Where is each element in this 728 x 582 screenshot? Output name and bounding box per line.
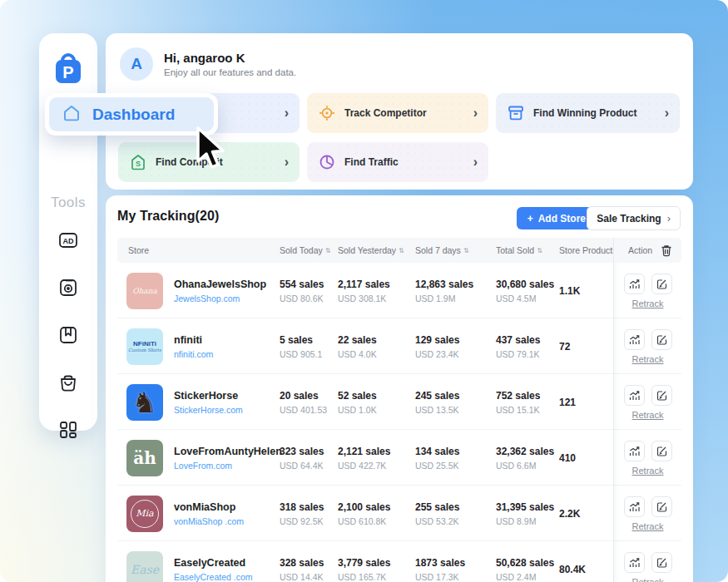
chart-button[interactable] (624, 441, 645, 461)
store-logo: Ease (126, 551, 163, 582)
edit-button[interactable] (651, 329, 672, 350)
retrack-link[interactable]: Retrack (632, 521, 664, 531)
feature-label: Find Winning Product (533, 107, 656, 119)
table-row: ♞ StickerHorse StickerHorse.com 20 sales… (117, 374, 681, 430)
svg-text:P: P (62, 63, 73, 81)
store-name: LoveFromAuntyHelen (174, 446, 282, 457)
sidebar-item-dashboard[interactable]: Dashboard (49, 97, 214, 131)
column-sold-yesterday[interactable]: Sold Yesterday⇅ (338, 245, 415, 255)
store-domain-link[interactable]: StickerHorse.com (174, 405, 243, 415)
sort-icon: ⇅ (463, 247, 468, 254)
chevron-right-icon: › (473, 106, 478, 120)
store-domain-link[interactable]: nfiniti.com (174, 349, 213, 359)
dashboard-label: Dashboard (92, 106, 175, 124)
chevron-right-icon: › (285, 106, 289, 120)
column-store: Store (117, 245, 280, 255)
edit-button[interactable] (651, 441, 672, 461)
sale-tracking-button[interactable]: Sale Tracking › (587, 206, 681, 230)
trash-icon[interactable] (661, 244, 672, 257)
svg-text:S: S (136, 160, 141, 168)
feature-card-track-competitor[interactable]: Track Competitor › (307, 93, 488, 133)
table-row: NFiNiTiCustom Shirts nfiniti nfiniti.com… (117, 318, 681, 374)
store-domain-link[interactable]: EaselyCreated .com (174, 572, 253, 582)
sort-icon: ⇅ (399, 247, 404, 254)
greeting-title: Hi, angaroo K (164, 51, 296, 65)
feature-label: Find Traffic (344, 156, 465, 168)
shop-bag-icon[interactable] (57, 372, 79, 393)
store-name: EaselyCreated (174, 557, 253, 569)
retrack-link[interactable]: Retrack (632, 298, 664, 308)
store-domain-link[interactable]: vonMiaShop .com (174, 516, 244, 526)
store-name: StickerHorse (174, 390, 243, 402)
avatar[interactable]: A (120, 47, 153, 81)
store-domain-link[interactable]: JewelsShop.com (174, 293, 266, 303)
edit-button[interactable] (651, 496, 672, 517)
retrack-link[interactable]: Retrack (632, 466, 664, 476)
horse-logo-icon: ♞ (132, 388, 157, 417)
product-box-icon (507, 104, 525, 122)
ads-icon[interactable]: AD (57, 229, 79, 251)
chart-button[interactable] (624, 496, 645, 517)
my-tracking-card: My Tracking(20) + Add Store Sale Trackin… (106, 195, 693, 582)
bookmark-icon[interactable] (57, 324, 79, 346)
shopify-store-icon: S (129, 153, 147, 171)
chevron-right-icon: › (667, 212, 671, 224)
chart-button[interactable] (624, 552, 645, 573)
tracking-table: Store Sold Today⇅ Sold Yesterday⇅ Sold 7… (117, 238, 681, 582)
store-products-count: 2.2K (559, 508, 613, 520)
column-total-sold[interactable]: Total Sold⇅ (496, 245, 559, 255)
greeting-subtitle: Enjoy all our features and data. (164, 67, 296, 77)
store-products-count: 80.4K (559, 564, 613, 575)
feature-label: Track Competitor (344, 107, 465, 119)
column-sold-today[interactable]: Sold Today⇅ (280, 245, 338, 255)
chart-button[interactable] (624, 274, 645, 294)
column-sold-7-days[interactable]: Sold 7 days⇅ (415, 245, 496, 255)
screen: P Tools AD A Hi, angaroo K (0, 0, 728, 582)
pie-chart-icon (318, 153, 336, 171)
edit-button[interactable] (651, 274, 672, 294)
tracking-title: My Tracking(20) (117, 209, 219, 223)
sidebar-icon-nav: AD (57, 229, 79, 441)
app-logo-icon[interactable]: P (48, 48, 88, 88)
greeting-block: A Hi, angaroo K Enjoy all our features a… (120, 47, 296, 81)
store-products-count: 1.1K (559, 285, 613, 297)
edit-button[interactable] (651, 385, 672, 406)
chevron-right-icon: › (665, 106, 669, 120)
store-products-count: 72 (559, 341, 613, 353)
tools-section-label: Tools (51, 195, 86, 211)
store-name: nfiniti (174, 334, 213, 346)
retrack-link[interactable]: Retrack (632, 410, 664, 420)
table-row: Mia vonMiaShop vonMiaShop .com 318 sales… (117, 486, 681, 541)
chart-button[interactable] (624, 329, 645, 350)
tracker-icon[interactable] (57, 277, 79, 298)
store-domain-link[interactable]: LoveFrom.com (174, 461, 282, 471)
table-row: Ease EaselyCreated EaselyCreated .com 32… (117, 541, 681, 582)
store-logo: Ohana (126, 273, 163, 309)
store-logo: äh (126, 440, 163, 476)
edit-button[interactable] (651, 552, 672, 573)
chart-button[interactable] (624, 385, 645, 406)
table-header-row: Store Sold Today⇅ Sold Yesterday⇅ Sold 7… (117, 238, 681, 263)
store-products-count: 121 (559, 397, 613, 408)
column-store-products[interactable]: Store Products (559, 245, 613, 255)
add-store-button[interactable]: + Add Store (517, 207, 597, 229)
chevron-right-icon: › (473, 155, 478, 169)
store-products-count: 410 (559, 452, 613, 464)
feature-card-find-traffic[interactable]: Find Traffic › (307, 142, 488, 182)
feature-label: Find Competit (156, 156, 276, 168)
dashboard-nav-popup: Dashboard (45, 93, 218, 136)
store-name: OhanaJewelsShop (174, 279, 266, 290)
feature-card-find-winning-product[interactable]: Find Winning Product › (496, 93, 680, 133)
plus-icon: + (527, 213, 533, 224)
retrack-link[interactable]: Retrack (632, 577, 664, 582)
tracking-header: My Tracking(20) + Add Store Sale Trackin… (106, 195, 693, 238)
home-icon (62, 103, 82, 126)
feature-card-find-competitor[interactable]: S Find Competit › (118, 142, 300, 182)
sort-icon: ⇅ (325, 247, 330, 254)
retrack-link[interactable]: Retrack (632, 354, 664, 364)
table-row: äh LoveFromAuntyHelen LoveFrom.com 323 s… (117, 430, 681, 486)
apps-grid-icon[interactable] (57, 419, 79, 441)
svg-text:AD: AD (63, 237, 74, 245)
store-logo: Mia (126, 496, 163, 532)
column-action: Action (628, 245, 652, 255)
